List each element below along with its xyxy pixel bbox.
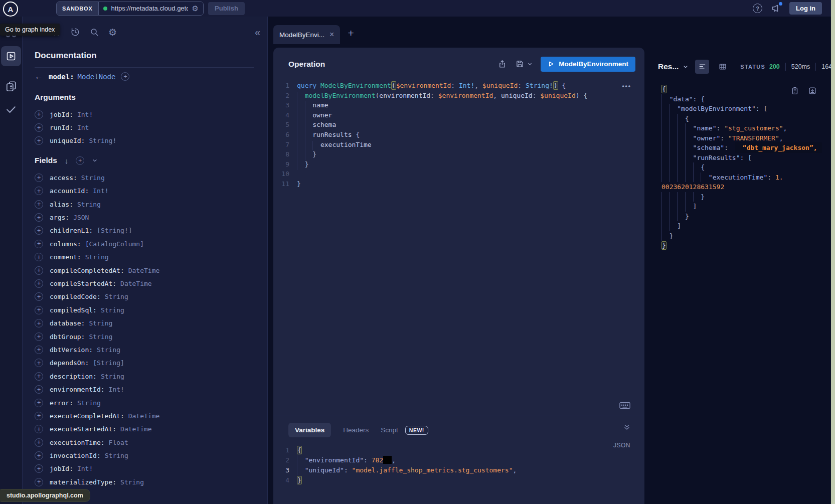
field-type[interactable]: DateTime — [120, 280, 152, 287]
add-field-icon[interactable]: + — [35, 332, 43, 341]
field-row[interactable]: +jobId:Int! — [35, 462, 254, 475]
field-row[interactable]: +accountId:Int! — [35, 185, 254, 198]
add-field-icon[interactable]: + — [35, 174, 43, 182]
add-field-icon[interactable]: + — [35, 123, 43, 132]
field-type[interactable]: String — [81, 174, 105, 182]
close-tab-icon[interactable]: × — [329, 31, 334, 39]
code-line[interactable]: } — [661, 212, 830, 222]
add-field-icon[interactable]: + — [35, 187, 43, 195]
add-field-icon[interactable]: + — [35, 346, 43, 354]
field-type[interactable]: DateTime — [128, 267, 160, 274]
add-field-icon[interactable]: + — [35, 253, 43, 261]
endpoint-url[interactable]: https://metadata.cloud.getdbt.com — [111, 5, 188, 12]
editor-menu-icon[interactable]: ••• — [622, 83, 631, 90]
code-line[interactable]: 10 — [273, 170, 644, 180]
field-type[interactable]: String — [105, 293, 128, 300]
settings-gear-icon[interactable]: ⚙ — [108, 28, 117, 37]
tab-headers[interactable]: Headers — [343, 426, 369, 434]
code-line[interactable]: "schema": “dbt_mary_jackson”, — [661, 143, 830, 153]
add-field-icon[interactable]: + — [35, 240, 43, 248]
field-type[interactable]: DateTime — [128, 412, 160, 420]
field-row[interactable]: +compiledSql:String — [35, 303, 254, 316]
field-type[interactable]: JSON — [73, 214, 89, 221]
add-field-icon[interactable]: + — [35, 451, 43, 460]
field-row[interactable]: +dbtVersion:String — [35, 343, 254, 356]
field-type[interactable]: String — [105, 452, 128, 459]
code-line[interactable]: 3"uniqueId": "model.jaffle_shop_metrics.… — [273, 465, 644, 475]
field-type[interactable]: Int — [77, 124, 89, 131]
explorer-nav-icon[interactable] — [1, 46, 21, 66]
code-line[interactable]: 4owner — [273, 111, 644, 121]
operation-editor[interactable]: 1query ModelByEnvironment($environmentId… — [273, 77, 644, 416]
field-type[interactable]: [String] — [93, 359, 124, 367]
field-type[interactable]: Int! — [77, 111, 93, 118]
code-line[interactable]: "runResults": [ — [661, 153, 830, 163]
add-field-icon[interactable]: + — [35, 412, 43, 420]
field-type[interactable]: String — [120, 478, 144, 486]
code-line[interactable]: } — [661, 241, 830, 251]
endpoint-input[interactable]: https://metadata.cloud.getdbt.com ⚙ — [98, 2, 203, 15]
field-row[interactable]: +alias:String — [35, 198, 254, 211]
code-line[interactable]: 6runResults { — [273, 131, 644, 141]
field-type[interactable]: String! — [89, 137, 116, 144]
field-type[interactable]: Float — [109, 439, 128, 446]
field-row[interactable]: +comment:String — [35, 251, 254, 264]
run-operation-button[interactable]: ModelByEnvironment — [541, 57, 635, 72]
add-field-icon[interactable]: + — [35, 425, 43, 433]
field-row[interactable]: +compileCompletedAt:DateTime — [35, 264, 254, 277]
add-field-icon[interactable]: + — [35, 478, 43, 486]
variables-editor[interactable]: 1{2"environmentId": 782,3"uniqueId": "mo… — [273, 445, 644, 485]
raw-view-button[interactable] — [695, 60, 709, 74]
field-type[interactable]: String — [89, 319, 112, 327]
tab-variables[interactable]: Variables — [288, 423, 331, 437]
field-type[interactable]: [CatalogColumn] — [85, 240, 144, 248]
add-field-icon[interactable]: + — [35, 226, 43, 235]
field-type[interactable]: String — [89, 333, 112, 341]
add-field-icon[interactable]: + — [35, 110, 43, 119]
code-line[interactable]: 11} — [273, 180, 644, 190]
code-line[interactable]: 2"environmentId": 782, — [273, 455, 644, 465]
field-row[interactable]: +access:String — [35, 171, 254, 184]
field-type[interactable]: DateTime — [120, 425, 152, 433]
schema-diff-icon[interactable] — [5, 80, 17, 92]
checks-nav-icon[interactable] — [5, 103, 17, 115]
add-field-icon[interactable]: + — [35, 399, 43, 407]
field-type[interactable]: String — [97, 346, 120, 354]
field-row[interactable]: +error:String — [35, 396, 254, 409]
field-row[interactable]: +materializedType:String — [35, 475, 254, 488]
code-line[interactable]: "owner": "TRANSFORMER", — [661, 133, 830, 143]
code-line[interactable]: 1{ — [273, 445, 644, 455]
search-icon[interactable] — [89, 27, 99, 37]
collapse-sidebar-icon[interactable]: « — [255, 27, 260, 37]
field-row[interactable]: +database:String — [35, 316, 254, 329]
field-type[interactable]: String — [77, 399, 101, 407]
field-row[interactable]: +childrenL1:[String!] — [35, 224, 254, 237]
argument-row[interactable]: +uniqueId:String! — [35, 134, 254, 147]
tab-script[interactable]: Script — [381, 426, 398, 434]
field-type[interactable]: Int! — [77, 465, 93, 472]
download-response-icon[interactable] — [808, 86, 817, 95]
add-all-fields-icon[interactable]: + — [76, 156, 84, 165]
code-line[interactable]: } — [661, 192, 830, 202]
code-line[interactable]: 2modelByEnvironment(environmentId: $envi… — [273, 92, 644, 102]
field-row[interactable]: +executeStartedAt:DateTime — [35, 423, 254, 436]
code-line[interactable]: ] — [661, 221, 830, 231]
connection-settings-icon[interactable]: ⚙ — [192, 5, 199, 12]
chevron-down-icon[interactable] — [92, 157, 98, 163]
add-model-icon[interactable]: + — [121, 72, 129, 81]
field-type[interactable]: String — [85, 253, 109, 261]
save-chevron-icon[interactable] — [527, 61, 533, 67]
code-line[interactable]: 0023620128631592 — [661, 182, 830, 192]
code-line[interactable]: 7executionTime — [273, 141, 644, 151]
field-type[interactable]: String — [77, 201, 101, 208]
add-field-icon[interactable]: + — [35, 200, 43, 209]
add-field-icon[interactable]: + — [35, 213, 43, 222]
add-field-icon[interactable]: + — [35, 359, 43, 367]
code-line[interactable]: "executionTime": 1. — [661, 173, 830, 183]
field-row[interactable]: +dbtGroup:String — [35, 330, 254, 343]
back-arrow-icon[interactable]: ← — [35, 72, 43, 81]
share-icon[interactable] — [497, 59, 507, 69]
add-field-icon[interactable]: + — [35, 136, 43, 145]
code-line[interactable]: { — [661, 114, 830, 124]
argument-row[interactable]: +runId:Int — [35, 121, 254, 134]
